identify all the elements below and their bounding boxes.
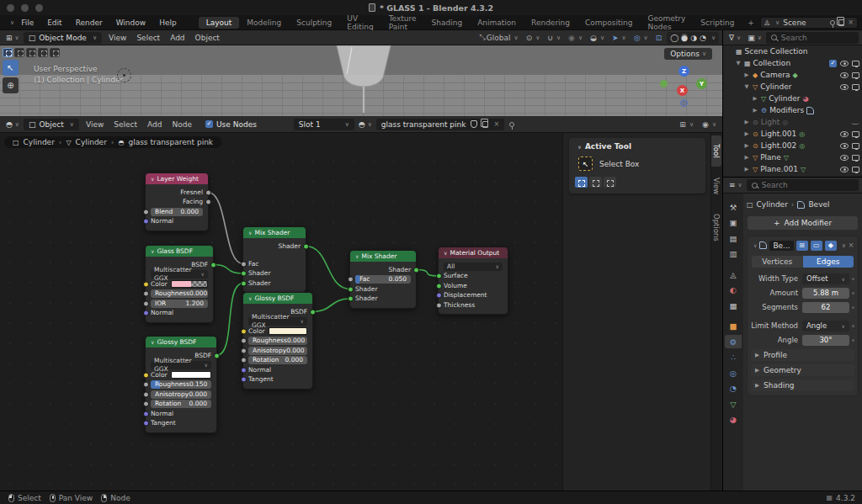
node-enum-multiscatter-ggx[interactable]: Multiscatter GGX∨ [248,317,307,326]
output-socket-bsdf[interactable] [214,353,220,358]
remove-modifier-button[interactable]: × [849,241,854,249]
node-wire[interactable] [213,265,243,274]
properties-tab-object[interactable]: ■ [725,320,742,333]
outliner-filter-icon[interactable]: ∇∨ [726,34,743,42]
node-layer-weight[interactable]: ∨Layer WeightFresnelFacingBlend0.000Norm… [145,172,209,231]
input-socket-roughness[interactable] [143,291,149,297]
affect-vertices-button[interactable]: Vertices [752,256,803,268]
output-socket-bsdf[interactable] [310,309,316,315]
input-socket-ior[interactable] [143,300,149,306]
eye-closed-icon[interactable] [851,120,859,125]
modifier-extras-dropdown[interactable]: ∨ [842,242,846,249]
properties-tab-scene[interactable]: ◬ [725,268,742,281]
sidebar-tab-options[interactable]: Options [711,205,721,250]
collection-checkbox[interactable]: ✓ [829,60,837,67]
menu-edit[interactable]: Edit [40,19,68,27]
node-glass-bsdf[interactable]: ∨Glass BSDFBSDFMultiscatter GGX∨ColorRou… [145,245,214,323]
cursor-tool-button[interactable]: ⊕ [3,77,19,93]
input-socket-normal[interactable] [143,219,149,225]
outliner-item-label[interactable]: Camera [760,71,790,79]
outliner-item-label[interactable]: Plane.001 [760,165,798,173]
eye-icon[interactable] [840,167,849,172]
menu-render[interactable]: Render [69,19,109,27]
workspace-tab-texture-paint[interactable]: Texture Paint [381,13,424,33]
properties-tab-collection[interactable]: ▦ [725,299,742,312]
field-segments[interactable]: 62 [802,302,849,313]
object-mode-dropdown[interactable]: □ Object Mode ∨ [24,32,102,44]
axis-x-handle[interactable]: X [677,85,688,96]
sidebar-tab-tool[interactable]: Tool [711,135,721,167]
properties-tab-view-layer[interactable]: ▥ [725,247,742,261]
select-tool-tweak[interactable] [3,48,13,57]
workspace-tab-compositing[interactable]: Compositing [577,17,640,29]
disable-in-viewports-icon[interactable] [852,131,859,137]
node-wire[interactable] [312,299,350,312]
outliner-row-collection[interactable]: ▼▦Collection✓ [723,57,862,69]
field-limit-method[interactable]: Angle∨ [802,321,849,332]
select-subtract-toggle[interactable] [604,177,616,188]
field-angle[interactable]: 30° [802,335,849,346]
node-material-output[interactable]: ∨Material OutputAll∨SurfaceVolumeDisplac… [438,247,508,315]
xray-toggle[interactable]: ⊡ [653,34,665,42]
subpanel-shading[interactable]: ▶Shading [751,379,854,391]
workspace-tab-scripting[interactable]: Scripting [693,17,742,29]
menu-view[interactable]: View [81,120,109,129]
output-socket-shader[interactable] [413,267,419,273]
menu-file[interactable]: File [14,19,40,27]
node-header[interactable]: ∨Mix Shader [243,227,306,238]
outliner-row-cylinder[interactable]: ▶▽Cylinder◕ [723,93,862,104]
output-socket-fresnel[interactable] [205,189,211,195]
expand-icon[interactable]: ▶ [743,119,750,125]
properties-tab-modifiers[interactable]: ⚙ [725,335,742,348]
input-socket-anisotropy[interactable] [241,347,247,353]
viewport-3d[interactable]: ↖ ⊕ User Perspective (1) Collection | Cy… [0,45,722,116]
light-object-gizmo[interactable] [117,68,131,82]
outliner-item-label[interactable]: Light.002 [761,141,797,150]
modifier-name-field[interactable]: Be... [769,241,793,251]
properties-tab-constraints[interactable]: ◔ [725,382,742,395]
animate-property-dot[interactable] [852,278,854,280]
disable-in-viewports-icon[interactable] [852,155,859,161]
node-wire[interactable] [216,284,243,356]
outliner-row-modifiers[interactable]: ▶⚙Modifiers [723,104,862,116]
eye-icon[interactable] [840,84,849,90]
unlink-material-icon[interactable]: × [493,120,499,128]
outliner-row-cylinder[interactable]: ▼▽Cylinder [723,81,862,93]
pin-icon[interactable] [509,122,514,127]
expand-icon[interactable]: ▶ [743,154,750,161]
options-dropdown[interactable]: Options ∨ [664,48,712,60]
input-socket-thickness[interactable] [436,302,442,308]
node-header[interactable]: ∨Material Output [439,247,508,258]
render-display-toggle[interactable]: ◆ [825,241,837,251]
input-socket-blend[interactable] [143,209,149,215]
workspace-tab-layout[interactable]: Layout [199,17,240,29]
shader-type-dropdown[interactable]: □ Object ∨ [24,119,79,130]
breadcrumb-object[interactable]: Cylinder [757,200,788,209]
node-slider-anisotropy[interactable]: Anisotropy0.000 [248,347,307,355]
eye-icon[interactable] [840,143,849,149]
properties-tab-tool[interactable]: ⚒ [725,200,742,214]
realtime-display-toggle[interactable]: ▭ [811,241,822,251]
outliner-item-label[interactable]: Light [761,118,780,126]
select-tool-circle[interactable] [26,48,36,57]
overlays-toggle[interactable]: ◎∨ [631,34,651,42]
pivot-point-dropdown[interactable]: ⊙∨ [524,34,543,42]
fake-user-shield-icon[interactable] [471,120,477,128]
shader-editor-icon[interactable]: ◓∨ [3,120,22,129]
workspace-tab-shading[interactable]: Shading [424,17,471,29]
node-glossy-bsdf[interactable]: ∨Glossy BSDFBSDFMultiscatter GGX∨ColorRo… [242,292,313,390]
scene-name[interactable]: Scene [783,19,827,27]
material-name[interactable]: glass transparent pink [381,120,466,129]
select-extend-toggle[interactable] [589,177,602,188]
node-mix-shader[interactable]: ∨Mix ShaderShaderFac0.050ShaderShader [349,250,417,309]
input-socket-color[interactable] [241,328,247,334]
eye-icon[interactable] [840,155,849,161]
disable-in-viewports-icon[interactable] [852,84,859,90]
outliner-row-light-001[interactable]: ▶⊙Light.001◎ [723,128,862,140]
select-tool-extend[interactable] [50,48,60,57]
material-browse-dropdown[interactable]: ◓∨ [356,120,375,129]
subpanel-profile[interactable]: ▶Profile [751,349,854,361]
node-slider-ior[interactable]: IOR1.200 [151,300,208,308]
outliner-item-label[interactable]: Cylinder [769,94,800,103]
breadcrumb-mesh[interactable]: Cylinder [76,138,107,146]
